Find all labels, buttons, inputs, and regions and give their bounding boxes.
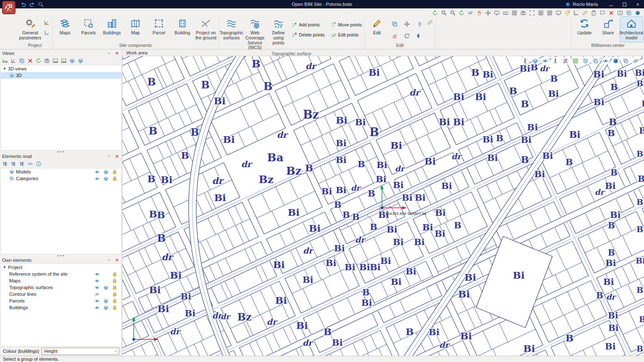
eye-icon[interactable] (94, 176, 100, 181)
element-stack-icon[interactable] (622, 57, 630, 65)
link-visibility-icon[interactable] (26, 160, 34, 168)
parcel-button[interactable]: Parcel (148, 17, 170, 42)
lock-icon[interactable] (112, 298, 117, 304)
expand-tree-icon[interactable] (1, 160, 9, 168)
reference-system-button[interactable] (42, 18, 51, 26)
tree-row-contour-lines[interactable]: Contour lines (1, 291, 121, 297)
collapse-panel-button[interactable] (106, 153, 112, 159)
application-button[interactable] (2, 0, 16, 15)
fit-view-icon[interactable] (493, 9, 501, 16)
cube-icon[interactable] (103, 285, 109, 290)
tree-row-reference-system-of-the-site[interactable]: Reference system of the site (1, 271, 121, 277)
solid-view-icon[interactable] (592, 57, 600, 65)
window-cascade-icon[interactable] (625, 9, 633, 16)
tree-row-3d[interactable]: 3D (1, 72, 121, 79)
zoom-in-icon[interactable] (440, 9, 448, 16)
info-icon[interactable] (34, 160, 42, 168)
snap-grid-icon[interactable] (545, 9, 553, 16)
coordinate-angle-icon[interactable] (572, 9, 580, 16)
duplicate-view-icon[interactable] (18, 57, 26, 65)
general-parameters-button[interactable]: General parameters (19, 17, 42, 42)
zoom-window-icon[interactable] (449, 9, 457, 16)
lock-icon[interactable] (112, 272, 117, 277)
coordinate-angle-button[interactable] (42, 28, 51, 37)
delete-strip-icon[interactable] (607, 9, 615, 16)
chevron-down-icon[interactable] (3, 266, 6, 268)
close-panel-button[interactable] (114, 257, 120, 263)
close-panel-button[interactable] (114, 50, 120, 56)
undo-icon[interactable] (19, 1, 27, 8)
axonometric-view-icon[interactable] (68, 57, 76, 65)
colour-dropdown[interactable]: Height (42, 348, 119, 355)
new-view-icon[interactable] (1, 57, 9, 65)
tree-row-models[interactable]: Models (1, 168, 121, 175)
edit-view-icon[interactable] (9, 57, 17, 65)
plumb-view-icon[interactable] (521, 57, 529, 65)
erase-button[interactable] (391, 31, 399, 40)
window-layout-icon[interactable] (616, 9, 624, 16)
sphere-view-icon[interactable] (612, 57, 620, 65)
frame-capture-icon[interactable] (528, 9, 536, 16)
zoom-previous-icon[interactable] (457, 9, 465, 16)
tags-icon[interactable] (563, 9, 571, 16)
close-button[interactable]: × (631, 0, 644, 8)
move-button[interactable] (403, 20, 411, 28)
eye-icon[interactable] (94, 298, 100, 304)
visibility-icon[interactable] (602, 57, 610, 65)
architectural-model-button[interactable]: Architectural model (620, 17, 643, 42)
map-canvas[interactable]: BdrBiBBiBiBdrBBiBiBiBBBdrBiBiBBiBBiBiBBi… (122, 56, 644, 356)
lock-icon[interactable] (112, 305, 117, 310)
measure-button[interactable] (426, 18, 434, 26)
refresh-view-icon[interactable] (34, 57, 42, 65)
cube-icon[interactable] (103, 176, 109, 181)
tree-row-categories[interactable]: Categories (1, 175, 121, 182)
reference-grid-icon[interactable] (537, 9, 545, 16)
lock-icon[interactable] (112, 169, 117, 175)
redo-icon[interactable] (28, 1, 36, 8)
tree-row-buildings[interactable]: Buildings (1, 304, 121, 311)
layers-icon[interactable] (582, 57, 589, 65)
eyeoff-icon[interactable] (94, 292, 100, 297)
dual-screen-icon[interactable] (554, 9, 562, 16)
collapse-panel-button[interactable] (106, 257, 112, 263)
orbit-3d-icon[interactable] (466, 9, 474, 16)
bimserver-web-icon[interactable] (634, 9, 641, 16)
close-panel-button[interactable] (114, 153, 120, 159)
chevron-down-icon[interactable] (3, 68, 6, 70)
add-points-button[interactable]: Add points (291, 21, 325, 29)
user-account[interactable]: Rocío María (565, 2, 598, 7)
search-icon[interactable] (37, 1, 44, 8)
cube-icon[interactable] (103, 305, 109, 310)
comments-icon[interactable] (598, 9, 606, 16)
eye-icon[interactable] (94, 285, 100, 290)
eye-icon[interactable] (94, 305, 100, 310)
walkthrough-icon[interactable] (551, 57, 559, 65)
eye-icon[interactable] (94, 278, 100, 284)
keyboard-input-icon[interactable] (501, 9, 509, 16)
clipboard-icon[interactable] (589, 9, 597, 16)
parcels-button[interactable]: Parcels (77, 17, 100, 42)
move-view-icon[interactable] (484, 9, 492, 16)
lock-icon[interactable] (112, 285, 117, 290)
capture-icon[interactable] (51, 57, 59, 65)
tree-row-project[interactable]: Project (1, 264, 121, 271)
rotate-button[interactable] (403, 31, 411, 40)
measure-strip-icon[interactable] (581, 9, 589, 16)
project-on-the-ground-button[interactable]: Project on the ground (195, 17, 217, 42)
tree-row-topographic-surfaces[interactable]: Topographic surfaces (1, 284, 121, 291)
building-button[interactable]: Building (171, 17, 194, 42)
collapse-panel-button[interactable] (106, 50, 112, 56)
cube-icon[interactable] (103, 169, 109, 175)
topographic-surfaces-button[interactable]: Topographic surfaces (220, 17, 243, 42)
symmetry-button[interactable] (415, 20, 423, 28)
camera-icon[interactable] (43, 57, 51, 65)
tree-row-3d-views[interactable]: 3D views (1, 65, 121, 72)
map-button[interactable]: Map (124, 17, 147, 42)
tree-options-icon[interactable] (18, 160, 26, 168)
lock-icon[interactable] (112, 292, 117, 297)
web-coverage-service-button[interactable]: Web Coverage Service (WCS) (244, 17, 266, 51)
cube-icon[interactable] (103, 298, 109, 304)
share-button[interactable]: Share (597, 17, 619, 42)
lock-icon[interactable] (112, 278, 117, 284)
symmetry-copy-button[interactable] (415, 31, 423, 40)
